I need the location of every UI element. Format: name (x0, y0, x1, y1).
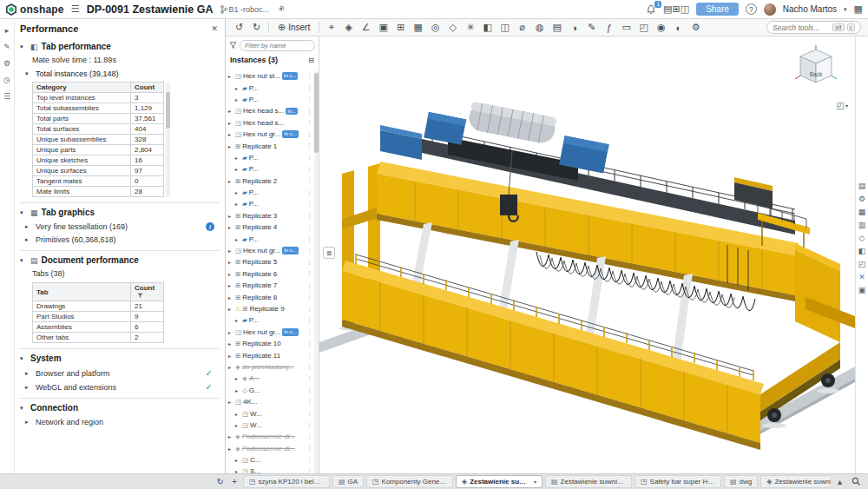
expand-caret-icon[interactable]: ▸ (228, 294, 233, 301)
measure-icon[interactable]: ⌀ (514, 20, 530, 36)
in-context-badge[interactable]: In c... (282, 130, 299, 138)
section-system[interactable]: ▾ System (20, 348, 220, 367)
scroll-tabs-icon[interactable]: ▴ (833, 478, 846, 486)
context-menu-icon[interactable]: ⋮ (306, 387, 312, 393)
context-menu-icon[interactable]: ⋮ (306, 259, 312, 266)
document-tab[interactable]: ◈ Zestawienie suwnicy (760, 475, 831, 488)
context-menu-icon[interactable]: ⋮ (306, 73, 312, 80)
view-options-icon[interactable]: ◰▾ (837, 101, 848, 110)
column-header[interactable]: Count (131, 283, 164, 301)
tree-item[interactable]: ▸ ▰ P... ⋮ (226, 163, 314, 175)
tab-menu-caret-icon[interactable]: ▾ (534, 479, 536, 485)
context-menu-icon[interactable]: ⋮ (306, 235, 312, 242)
list-view-handle-icon[interactable]: ≣ (323, 247, 335, 259)
expand-caret-icon[interactable]: ▸ (228, 306, 233, 312)
expand-caret-icon[interactable]: ▸ (235, 457, 240, 463)
tree-item[interactable]: ▸ ◳ W... ⋮ (226, 407, 314, 419)
tree-item[interactable]: ▸ ▰ P... ⋮ (226, 198, 314, 209)
mass-properties-icon[interactable]: ◍ (531, 20, 548, 36)
tree-item[interactable]: ▸ ◳ Hex head s... ⋮ (226, 117, 314, 129)
table-row[interactable]: Total surfaces 404 (33, 124, 164, 135)
tree-item[interactable]: ▸ ▰ P... ⋮ (226, 187, 314, 198)
context-menu-icon[interactable]: ⋮ (306, 352, 312, 359)
view-cube[interactable]: Back (792, 45, 841, 96)
scrollbar[interactable] (166, 82, 170, 197)
expand-caret-icon[interactable]: ▸ (228, 433, 233, 439)
table-row[interactable]: Other tabs 2 (33, 333, 164, 343)
integration-panel-icon[interactable]: ✕ (858, 274, 865, 281)
crane-girder-near[interactable] (342, 254, 764, 450)
context-menu-icon[interactable]: ⋮ (306, 421, 312, 428)
cable-drum[interactable] (467, 102, 557, 145)
context-menu-icon[interactable]: ⋮ (306, 363, 312, 370)
display-states-panel-icon[interactable]: ◧ (858, 248, 866, 255)
help-panel-icon[interactable]: ▣ (858, 287, 866, 294)
tree-item[interactable]: ▸ ⊞ Replicate 6 ⋮ (226, 268, 314, 280)
expand-caret-icon[interactable]: ▸ (235, 387, 240, 393)
user-menu-caret-icon[interactable]: ▾ (844, 6, 847, 13)
variable-icon[interactable]: ƒ (601, 20, 617, 36)
filter-icon[interactable] (137, 293, 143, 299)
context-menu-icon[interactable]: ⋮ (306, 166, 312, 173)
annotation-icon[interactable]: ✎ (3, 43, 10, 51)
context-menu-icon[interactable]: ⋮ (306, 142, 312, 149)
expand-caret-icon[interactable]: ▸ (235, 375, 240, 381)
tree-item[interactable]: ▸ ◳ Hex nut st... In c... ⋮ (226, 70, 314, 82)
learning-center-icon[interactable]: ◫ (681, 3, 689, 14)
feature-list-icon[interactable]: ☰ (3, 92, 10, 101)
tree-item[interactable]: ▸ ◈ A... ⋮ (226, 373, 314, 384)
expand-caret-icon[interactable]: ▸ (235, 236, 240, 242)
sketch-icon[interactable]: ✎ (583, 20, 600, 36)
linear-pattern-icon[interactable]: ▦ (410, 20, 426, 36)
system-item[interactable]: ▸ WebGL and extensions ✓ (20, 380, 220, 394)
section-tab-graphics[interactable]: ▾ ▦ Tab graphics (20, 202, 220, 221)
document-tab[interactable]: ◳ szyna KP120 i belka ... (243, 475, 330, 488)
tree-item[interactable]: ▸ ⊞ Replicate 5 ⋮ (226, 256, 314, 268)
table-row[interactable]: Unique surfaces 97 (33, 166, 164, 176)
tree-item[interactable]: ▸ ⊞ Replicate 10 ⋮ (226, 338, 314, 349)
tree-item[interactable]: ▸ ⚠ ⊞ Replicate 9 ⋮ (226, 303, 314, 314)
hide-others-icon[interactable]: ◐ (670, 20, 687, 36)
redo-icon[interactable]: ↻ (248, 20, 265, 36)
section-document-performance[interactable]: ▾ ▤ Document performance (20, 250, 220, 268)
context-menu-icon[interactable]: ⋮ (306, 457, 312, 464)
section-connection[interactable]: ▾ Connection (20, 398, 220, 416)
table-row[interactable]: Drawings 21 (33, 301, 164, 312)
sheet-metal-panel-icon[interactable]: ◰ (858, 261, 866, 268)
expand-caret-icon[interactable]: ▸ (235, 411, 240, 417)
expand-caret-icon[interactable]: ▸ (235, 189, 240, 195)
document-tab[interactable]: ◳ Komponenty Genesis (366, 475, 453, 488)
expand-caret-icon[interactable]: ▸ (228, 143, 233, 149)
expand-caret-icon[interactable]: ▸ (228, 282, 233, 288)
expand-caret-icon[interactable]: ▸ (235, 317, 240, 323)
bridge-drive-left[interactable] (380, 125, 422, 160)
named-views-panel-icon[interactable]: ◇ (859, 235, 865, 242)
undo-icon[interactable]: ↺ (231, 20, 247, 36)
context-menu-icon[interactable]: ⋮ (306, 154, 312, 161)
tree-item[interactable]: ▸ ◈ Podnoszenie dł... ⋮ (226, 443, 314, 454)
named-positions-icon[interactable]: ◇ (444, 20, 461, 36)
column-header[interactable]: Category (33, 83, 131, 93)
bom-icon[interactable]: ▤ (549, 20, 565, 36)
expand-caret-icon[interactable]: ▸ (235, 201, 240, 207)
context-menu-icon[interactable]: ⋮ (306, 282, 312, 289)
spotlight-icon[interactable]: ◉ (653, 20, 669, 36)
context-menu-icon[interactable]: ⋮ (306, 410, 312, 417)
main-3d-viewport[interactable]: Back ◰▾ ≣ (319, 36, 855, 473)
document-tab[interactable]: ◈ Zestawienie suwnicy ▾ (456, 475, 542, 488)
expand-caret-icon[interactable]: ▸ (228, 259, 233, 265)
tree-item[interactable]: ▸ ◳ 4K... ⋮ (226, 396, 314, 407)
sheet-metal-icon[interactable]: ◰ (635, 20, 652, 36)
bridge-drive-right[interactable] (734, 177, 773, 208)
select-tool-icon[interactable]: ▸ (5, 26, 10, 35)
tree-item[interactable]: ▸ ◳ Hex head s... In... ⋮ (226, 105, 314, 116)
history-icon[interactable]: ◷ (3, 76, 10, 84)
expand-caret-icon[interactable]: ▸ (228, 364, 233, 370)
frame-icon[interactable]: ▭ (618, 20, 635, 36)
context-menu-icon[interactable]: ⋮ (306, 224, 312, 231)
apps-grid-icon[interactable]: ▦ (854, 4, 863, 14)
snapshot-icon[interactable]: ▣ (375, 20, 391, 36)
expand-caret-icon[interactable]: ▸ (228, 399, 233, 405)
tree-item[interactable]: ▸ ⊞ Replicate 1 ⋮ (226, 140, 314, 151)
search-tabs-icon[interactable] (852, 477, 861, 486)
